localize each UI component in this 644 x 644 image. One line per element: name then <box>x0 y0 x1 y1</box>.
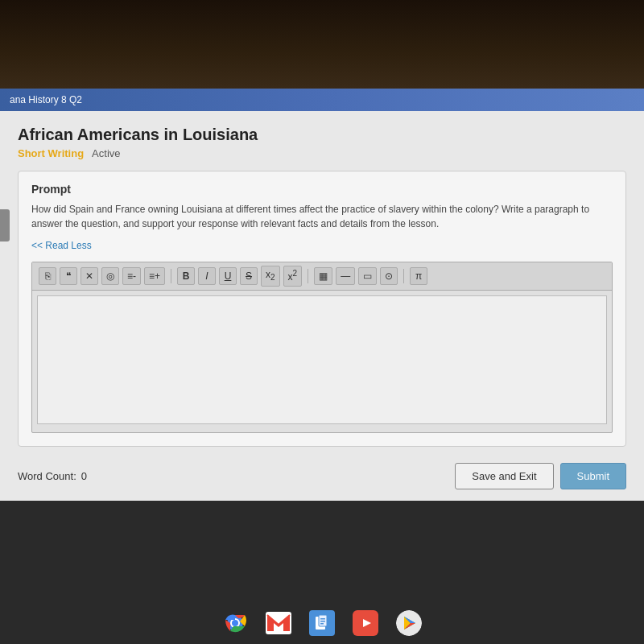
superscript-btn[interactable]: x2 <box>283 266 303 287</box>
svg-rect-8 <box>320 623 324 625</box>
indent-increase-btn[interactable]: ≡+ <box>144 267 165 286</box>
read-less-link[interactable]: << Read Less <box>31 240 92 251</box>
submit-button[interactable]: Submit <box>560 463 626 489</box>
active-label: Active <box>92 147 120 159</box>
left-tab <box>0 209 10 242</box>
quote-btn[interactable]: ❝ <box>60 267 77 286</box>
word-count-label: Word Count: <box>18 470 76 482</box>
strikethrough-btn[interactable]: S <box>240 267 258 286</box>
gmail-icon[interactable] <box>266 610 291 636</box>
files-icon[interactable] <box>309 610 335 636</box>
media-btn[interactable]: ⊙ <box>380 267 398 286</box>
svg-rect-7 <box>320 621 325 622</box>
italic-btn[interactable]: I <box>198 267 216 286</box>
hr-btn[interactable]: — <box>336 267 355 286</box>
chrome-icon[interactable] <box>222 610 248 636</box>
svg-marker-9 <box>363 619 371 627</box>
table-btn[interactable]: ▦ <box>314 267 332 286</box>
clear-btn[interactable]: ✕ <box>80 267 98 286</box>
page-title: African Americans in Louisiana <box>18 126 626 144</box>
youtube-icon[interactable] <box>353 610 378 636</box>
separator-1 <box>171 269 171 283</box>
short-writing-label: Short Writing <box>18 147 84 159</box>
action-buttons: Save and Exit Submit <box>455 463 626 489</box>
math-btn[interactable]: π <box>410 267 427 286</box>
separator-2 <box>308 269 308 283</box>
separator-3 <box>403 269 404 283</box>
box-btn[interactable]: ▭ <box>358 267 377 286</box>
editor-textarea[interactable] <box>37 295 607 424</box>
nav-title: ana History 8 Q2 <box>10 94 82 105</box>
bold-btn[interactable]: B <box>177 267 195 286</box>
editor-toolbar: ⎘ ❝ ✕ ◎ ≡- ≡+ B I U S x2 x2 ▦ — ▭ ⊙ π <box>32 262 612 291</box>
word-count-row: Word Count: 0 <box>18 470 87 482</box>
play-store-icon[interactable] <box>396 610 422 636</box>
svg-point-2 <box>232 620 238 626</box>
svg-rect-6 <box>320 618 325 620</box>
bottom-row: Word Count: 0 Save and Exit Submit <box>18 456 626 493</box>
indent-decrease-btn[interactable]: ≡- <box>122 267 141 286</box>
subscript-btn[interactable]: x2 <box>261 266 280 286</box>
copy-btn[interactable]: ⎘ <box>39 267 56 286</box>
circle-btn[interactable]: ◎ <box>101 267 119 286</box>
taskbar <box>0 602 644 644</box>
prompt-card: Prompt How did Spain and France owning L… <box>18 171 626 447</box>
underline-btn[interactable]: U <box>219 267 237 286</box>
editor-container: ⎘ ❝ ✕ ◎ ≡- ≡+ B I U S x2 x2 ▦ — ▭ ⊙ π <box>31 262 613 433</box>
prompt-text: How did Spain and France owning Louisian… <box>31 202 613 231</box>
prompt-title: Prompt <box>31 183 613 196</box>
save-exit-button[interactable]: Save and Exit <box>455 463 553 489</box>
word-count-value: 0 <box>81 470 87 482</box>
